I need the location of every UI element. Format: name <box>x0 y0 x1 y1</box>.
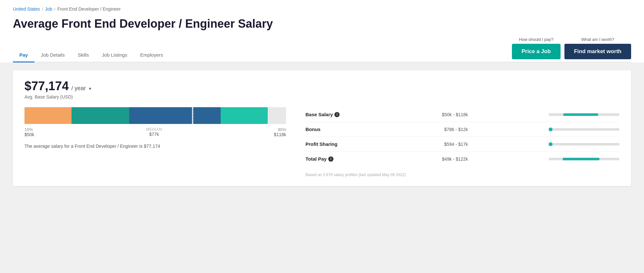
salary-row-bonus: Bonus $786 - $12k <box>305 122 620 137</box>
label-low-percent: 10% <box>24 127 33 132</box>
total-bar <box>549 158 620 160</box>
tab-job-listings[interactable]: Job Listings <box>95 48 134 62</box>
profit-text: Profit Sharing <box>305 141 337 147</box>
total-label: Total Pay i <box>305 156 357 162</box>
price-job-label: How should I pay? <box>519 37 553 42</box>
salary-header: $77,174 / year ▾ <box>24 79 620 93</box>
bonus-bar-dot <box>549 127 553 131</box>
salary-row-base: Base Salary i $50k - $118k <box>305 107 620 122</box>
bar-segment-orange <box>24 107 72 124</box>
base-salary-bar <box>549 113 620 116</box>
profit-bar-fill <box>553 143 620 146</box>
bar-segment-blue <box>129 107 221 124</box>
bar-label-low: 10% $50k <box>24 127 34 137</box>
salary-period-dropdown[interactable]: ▾ <box>89 86 91 91</box>
find-market-button[interactable]: Find market worth <box>564 44 631 59</box>
bar-track <box>24 107 286 124</box>
salary-row-total: Total Pay i $49k - $122k <box>305 152 620 166</box>
main-content: $77,174 / year ▾ Avg. Base Salary (USD) <box>0 62 644 194</box>
bonus-range: $786 - $12k <box>433 127 468 132</box>
salary-card: $77,174 / year ▾ Avg. Base Salary (USD) <box>13 70 631 186</box>
profit-bar-dot <box>549 142 553 146</box>
bar-labels: 10% $50k MEDIAN $77k 90% $118k <box>24 127 286 137</box>
tab-pay[interactable]: Pay <box>13 48 34 62</box>
breadcrumb-sep-1: / <box>42 7 43 12</box>
avg-description: The average salary for a Front End Devel… <box>24 144 286 149</box>
find-market-group: What am I worth? Find market worth <box>564 37 631 59</box>
bar-label-median: MEDIAN $77k <box>146 127 162 137</box>
base-salary-bar-fill <box>549 113 598 116</box>
total-pay-info-icon[interactable]: i <box>328 156 333 162</box>
label-high-amount: $118k <box>274 132 286 137</box>
sources-text: Based on 3,679 salary profiles (last upd… <box>305 173 620 177</box>
bonus-bar <box>549 128 620 131</box>
bonus-bar-fill <box>553 128 620 131</box>
find-market-label: What am I worth? <box>581 37 614 42</box>
page-wrapper: United States / Job / Front End Develope… <box>0 0 644 194</box>
breadcrumb-sep-2: / <box>54 7 55 12</box>
label-high-percent: 90% <box>278 127 286 132</box>
tab-skills[interactable]: Skills <box>71 48 95 62</box>
label-median-text: MEDIAN <box>146 127 162 132</box>
salary-period: / year <box>71 85 86 92</box>
bar-segment-teal <box>72 107 129 124</box>
bonus-label: Bonus <box>305 127 357 132</box>
page-title: Average Front End Developer / Engineer S… <box>13 17 631 31</box>
bar-segment-green <box>221 107 268 124</box>
tab-job-details[interactable]: Job Details <box>34 48 71 62</box>
bonus-text: Bonus <box>305 127 321 132</box>
profit-bar <box>549 143 620 146</box>
action-buttons: How should I pay? Price a Job What am I … <box>512 37 631 62</box>
card-body: 10% $50k MEDIAN $77k 90% $118k <box>24 107 620 177</box>
tab-employers[interactable]: Employers <box>134 48 169 62</box>
total-text: Total Pay <box>305 156 327 162</box>
bar-label-high: 90% $118k <box>274 127 286 137</box>
total-range: $49k - $122k <box>433 156 468 162</box>
breadcrumb-country[interactable]: United States <box>13 6 40 12</box>
price-job-group: How should I pay? Price a Job <box>512 37 561 59</box>
profit-range: $594 - $17k <box>433 142 468 147</box>
left-section: 10% $50k MEDIAN $77k 90% $118k <box>24 107 286 177</box>
label-low-amount: $50k <box>24 132 34 137</box>
salary-row-profit: Profit Sharing $594 - $17k <box>305 137 620 152</box>
salary-subtitle: Avg. Base Salary (USD) <box>24 94 620 99</box>
base-salary-label: Base Salary i <box>305 112 357 117</box>
bar-chart: 10% $50k MEDIAN $77k 90% $118k <box>24 107 286 137</box>
base-salary-text: Base Salary <box>305 112 333 117</box>
price-job-button[interactable]: Price a Job <box>512 44 561 59</box>
total-bar-fill <box>549 158 600 160</box>
profit-label: Profit Sharing <box>305 141 357 147</box>
breadcrumb-job-category[interactable]: Job <box>45 6 53 12</box>
breadcrumb-current: Front End Developer / Engineer <box>57 6 121 12</box>
base-salary-range: $50k - $118k <box>433 112 468 117</box>
tab-nav: Pay Job Details Skills Job Listings Empl… <box>13 48 169 62</box>
tabs-and-buttons-bar: Pay Job Details Skills Job Listings Empl… <box>13 37 631 62</box>
label-median-amount: $77k <box>149 132 159 137</box>
breadcrumb: United States / Job / Front End Develope… <box>13 6 631 12</box>
base-salary-info-icon[interactable]: i <box>334 112 340 117</box>
top-section: United States / Job / Front End Develope… <box>0 0 644 62</box>
right-section: Base Salary i $50k - $118k Bonus $ <box>305 107 620 177</box>
salary-amount: $77,174 <box>24 79 69 93</box>
